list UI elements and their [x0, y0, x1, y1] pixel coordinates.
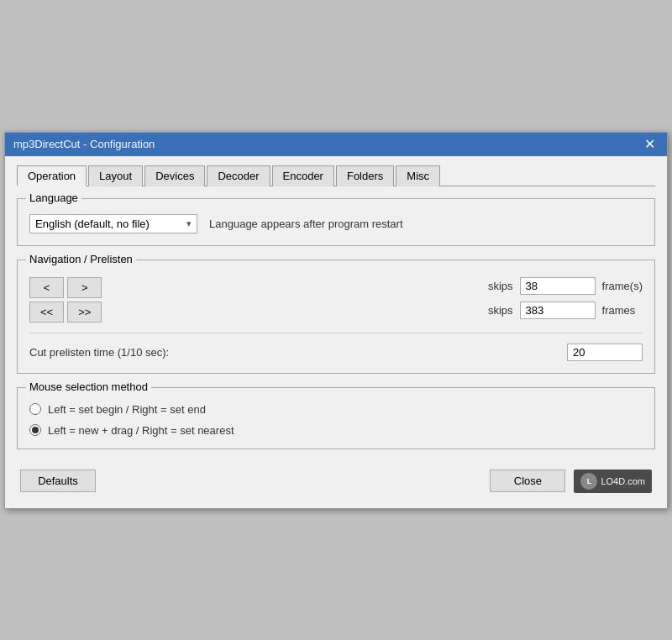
- radio-option-2[interactable]: Left = new + drag / Right = set nearest: [29, 424, 643, 437]
- tab-bar: Operation Layout Devices Decoder Encoder…: [17, 165, 655, 186]
- radio-label-2: Left = new + drag / Right = set nearest: [48, 424, 234, 437]
- title-bar: mp3DirectCut - Configuration ✕: [5, 133, 667, 156]
- watermark: L LO4D.com: [574, 470, 652, 493]
- language-select[interactable]: English (default, no file) ▾: [29, 214, 197, 233]
- tab-devices[interactable]: Devices: [144, 165, 205, 186]
- radio-label-1: Left = set begin / Right = set end: [48, 403, 206, 416]
- language-row: English (default, no file) ▾ Language ap…: [29, 214, 643, 233]
- language-note: Language appears after program restart: [209, 218, 403, 230]
- nav-next-button[interactable]: >: [67, 277, 102, 298]
- skips-label-1: skips: [480, 280, 513, 292]
- configuration-window: mp3DirectCut - Configuration ✕ Operation…: [4, 132, 668, 509]
- language-group-label: Language: [26, 191, 81, 204]
- nav-prev-button[interactable]: <: [29, 277, 64, 298]
- window-close-button[interactable]: ✕: [641, 138, 659, 151]
- tab-encoder[interactable]: Encoder: [272, 165, 334, 186]
- window-title: mp3DirectCut - Configuration: [13, 138, 155, 150]
- navigation-group: Navigation / Prelisten < > << >> skips f…: [17, 260, 655, 374]
- skips-label-2: skips: [480, 304, 513, 317]
- tab-decoder[interactable]: Decoder: [207, 165, 270, 186]
- skip-row-2: skips frames: [480, 302, 643, 319]
- radio-option-1[interactable]: Left = set begin / Right = set end: [29, 403, 643, 416]
- nav-prev-fast-button[interactable]: <<: [29, 302, 64, 323]
- prelisten-row: Cut prelisten time (1/10 sec):: [29, 344, 643, 361]
- tab-folders[interactable]: Folders: [336, 165, 394, 186]
- radio-group: Left = set begin / Right = set end Left …: [29, 403, 643, 437]
- defaults-button[interactable]: Defaults: [20, 470, 96, 492]
- radio-circle-2: [29, 424, 41, 436]
- prelisten-input[interactable]: [567, 344, 643, 361]
- skip-input-1[interactable]: [520, 277, 596, 295]
- navigation-buttons: < > << >>: [29, 277, 102, 323]
- language-select-arrow-icon: ▾: [186, 218, 192, 229]
- skips-section: skips frame(s) skips frames: [480, 277, 643, 319]
- close-button[interactable]: Close: [490, 470, 565, 492]
- language-group: Language English (default, no file) ▾ La…: [17, 198, 655, 246]
- mouse-selection-group: Mouse selection method Left = set begin …: [17, 387, 655, 449]
- footer: Defaults Close L LO4D.com: [17, 463, 655, 496]
- skip-unit-2: frames: [602, 304, 636, 317]
- tab-operation[interactable]: Operation: [17, 165, 87, 186]
- radio-circle-1: [29, 403, 41, 415]
- prelisten-label: Cut prelisten time (1/10 sec):: [29, 346, 169, 359]
- tab-layout[interactable]: Layout: [88, 165, 143, 186]
- mouse-group-label: Mouse selection method: [26, 380, 151, 393]
- footer-right: Close L LO4D.com: [490, 470, 652, 493]
- navigation-buttons-row: < > << >> skips frame(s) skips frames: [29, 277, 643, 323]
- skip-input-2[interactable]: [520, 302, 596, 319]
- skip-row-1: skips frame(s): [480, 277, 643, 295]
- tab-misc[interactable]: Misc: [396, 165, 440, 186]
- language-select-value: English (default, no file): [35, 218, 150, 230]
- skip-unit-1: frame(s): [602, 280, 643, 292]
- navigation-group-label: Navigation / Prelisten: [26, 253, 136, 265]
- watermark-logo-icon: L: [580, 473, 597, 490]
- nav-next-fast-button[interactable]: >>: [67, 302, 102, 323]
- divider: [29, 333, 643, 333]
- window-content: Operation Layout Devices Decoder Encoder…: [5, 156, 667, 508]
- watermark-text: LO4D.com: [601, 476, 645, 486]
